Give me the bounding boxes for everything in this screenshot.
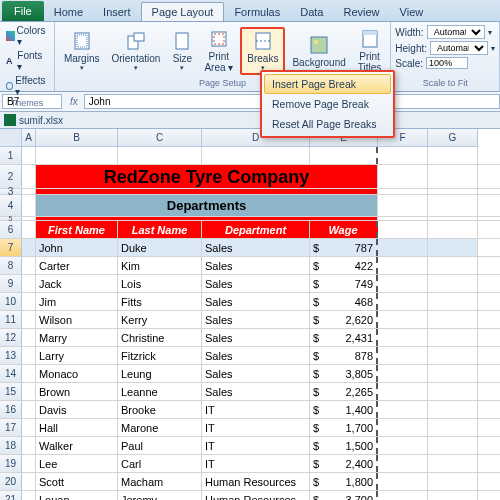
col-header-b[interactable]: B	[36, 129, 118, 147]
row-header[interactable]: 6	[0, 221, 22, 238]
cell-department[interactable]: Sales	[202, 293, 310, 310]
cell-lastname[interactable]: Kim	[118, 257, 202, 274]
cell-wage[interactable]: $2,431	[310, 329, 378, 346]
cell-firstname[interactable]: Monaco	[36, 365, 118, 382]
row-header[interactable]: 15	[0, 383, 22, 400]
print-area-button[interactable]: Print Area ▾	[199, 27, 238, 75]
header-department[interactable]: Department	[202, 221, 310, 238]
cell-firstname[interactable]: Brown	[36, 383, 118, 400]
colors-button[interactable]: Colors ▾	[4, 24, 50, 48]
tab-review[interactable]: Review	[333, 3, 389, 21]
tab-file[interactable]: File	[2, 1, 44, 21]
row-header[interactable]: 8	[0, 257, 22, 274]
cell-firstname[interactable]: Hall	[36, 419, 118, 436]
effects-button[interactable]: Effects ▾	[4, 74, 50, 98]
background-button[interactable]: Background	[287, 33, 350, 70]
breaks-button[interactable]: Breaks▾	[240, 27, 285, 76]
cell-wage[interactable]: $2,400	[310, 455, 378, 472]
cell-wage[interactable]: $3,805	[310, 365, 378, 382]
cell-lastname[interactable]: Fitts	[118, 293, 202, 310]
cell-lastname[interactable]: Leanne	[118, 383, 202, 400]
cell-wage[interactable]: $787	[310, 239, 378, 256]
cell-firstname[interactable]: Lee	[36, 455, 118, 472]
row-header[interactable]: 5	[0, 217, 22, 220]
row-header[interactable]: 21	[0, 491, 22, 500]
cell-lastname[interactable]: Marone	[118, 419, 202, 436]
cell-wage[interactable]: $422	[310, 257, 378, 274]
row-header[interactable]: 9	[0, 275, 22, 292]
cell-firstname[interactable]: Scott	[36, 473, 118, 490]
size-button[interactable]: Size▾	[167, 29, 197, 74]
cell-lastname[interactable]: Carl	[118, 455, 202, 472]
menu-remove-page-break[interactable]: Remove Page Break	[264, 94, 391, 114]
row-header[interactable]: 7	[0, 239, 22, 256]
print-titles-button[interactable]: Print Titles	[353, 27, 387, 75]
height-select[interactable]: Automatic	[430, 41, 488, 55]
cell-firstname[interactable]: Wilson	[36, 311, 118, 328]
cell-department[interactable]: IT	[202, 419, 310, 436]
col-header-g[interactable]: G	[428, 129, 478, 147]
tab-home[interactable]: Home	[44, 3, 93, 21]
col-header-a[interactable]: A	[22, 129, 36, 147]
workbook-tab[interactable]: sumif.xlsx	[0, 112, 500, 129]
cell-department[interactable]: Sales	[202, 311, 310, 328]
row-header[interactable]: 20	[0, 473, 22, 490]
company-title[interactable]: RedZone Tyre Company	[36, 165, 378, 188]
row-header[interactable]: 13	[0, 347, 22, 364]
width-select[interactable]: Automatic	[427, 25, 485, 39]
margins-button[interactable]: Margins▾	[59, 29, 105, 74]
cell-wage[interactable]: $3,700	[310, 491, 378, 500]
cell-department[interactable]: Sales	[202, 347, 310, 364]
cell-department[interactable]: IT	[202, 401, 310, 418]
cell-lastname[interactable]: Brooke	[118, 401, 202, 418]
cell-firstname[interactable]: Louan	[36, 491, 118, 500]
cell-lastname[interactable]: Christine	[118, 329, 202, 346]
cell-firstname[interactable]: Marry	[36, 329, 118, 346]
cell-wage[interactable]: $878	[310, 347, 378, 364]
row-header[interactable]: 16	[0, 401, 22, 418]
row-header[interactable]: 14	[0, 365, 22, 382]
cell-lastname[interactable]: Jeremy	[118, 491, 202, 500]
cell-department[interactable]: Sales	[202, 329, 310, 346]
tab-insert[interactable]: Insert	[93, 3, 141, 21]
cell-wage[interactable]: $1,700	[310, 419, 378, 436]
col-header-c[interactable]: C	[118, 129, 202, 147]
row-header[interactable]: 1	[0, 147, 22, 164]
cell-firstname[interactable]: Walker	[36, 437, 118, 454]
cell-wage[interactable]: $468	[310, 293, 378, 310]
cell-wage[interactable]: $1,500	[310, 437, 378, 454]
header-lastname[interactable]: Last Name	[118, 221, 202, 238]
cell-firstname[interactable]: Larry	[36, 347, 118, 364]
tab-page-layout[interactable]: Page Layout	[141, 2, 225, 21]
cell-lastname[interactable]: Fitzrick	[118, 347, 202, 364]
row-header[interactable]: 2	[0, 165, 22, 188]
cell-firstname[interactable]: Carter	[36, 257, 118, 274]
cell-department[interactable]: Sales	[202, 275, 310, 292]
cell-department[interactable]: Sales	[202, 257, 310, 274]
cell-lastname[interactable]: Paul	[118, 437, 202, 454]
row-header[interactable]: 3	[0, 189, 22, 194]
menu-insert-page-break[interactable]: Insert Page Break	[264, 74, 391, 94]
cell-department[interactable]: IT	[202, 437, 310, 454]
cell-firstname[interactable]: Davis	[36, 401, 118, 418]
cell-lastname[interactable]: Leung	[118, 365, 202, 382]
fonts-button[interactable]: AFonts ▾	[4, 49, 50, 73]
cell-wage[interactable]: $2,620	[310, 311, 378, 328]
row-header[interactable]: 19	[0, 455, 22, 472]
cell-department[interactable]: Human Resources	[202, 473, 310, 490]
tab-view[interactable]: View	[390, 3, 434, 21]
cell-wage[interactable]: $1,800	[310, 473, 378, 490]
header-firstname[interactable]: First Name	[36, 221, 118, 238]
cell-wage[interactable]: $1,400	[310, 401, 378, 418]
menu-reset-page-breaks[interactable]: Reset All Page Breaks	[264, 114, 391, 134]
tab-data[interactable]: Data	[290, 3, 333, 21]
orientation-button[interactable]: Orientation▾	[106, 29, 165, 74]
fx-icon[interactable]: fx	[64, 96, 84, 107]
header-wage[interactable]: Wage	[310, 221, 378, 238]
cell-department[interactable]: Sales	[202, 239, 310, 256]
cell-lastname[interactable]: Duke	[118, 239, 202, 256]
cell-firstname[interactable]: Jim	[36, 293, 118, 310]
select-all-corner[interactable]	[0, 129, 22, 147]
cell-firstname[interactable]: Jack	[36, 275, 118, 292]
departments-title[interactable]: Departments	[36, 195, 378, 216]
